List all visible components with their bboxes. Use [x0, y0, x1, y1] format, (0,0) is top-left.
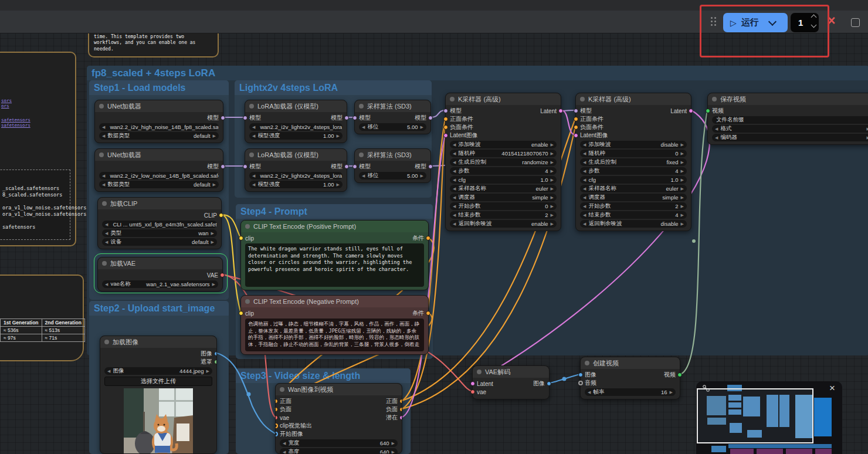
- widget-随机种[interactable]: ◀随机种401541218070670▶: [450, 150, 557, 157]
- node-title-bar[interactable]: CLIP Text Encode (Positive Prompt): [241, 221, 428, 232]
- widget-移位[interactable]: ◀移位5.00▶: [359, 123, 426, 131]
- left-arrow-icon[interactable]: ◀: [102, 174, 105, 178]
- widget-开始步数[interactable]: ◀开始步数2▶: [580, 202, 687, 210]
- left-arrow-icon[interactable]: ◀: [102, 125, 105, 130]
- right-arrow-icon[interactable]: ▶: [681, 160, 684, 165]
- right-arrow-icon[interactable]: ▶: [551, 178, 554, 182]
- right-arrow-icon[interactable]: ▶: [551, 222, 554, 226]
- collapse-dot-icon[interactable]: [477, 370, 482, 374]
- right-arrow-icon[interactable]: ▶: [213, 134, 216, 138]
- widget-添加噪波[interactable]: ◀添加噪波enable▶: [450, 141, 557, 148]
- image-output-port[interactable]: [214, 351, 217, 356]
- node-load-vae[interactable]: 加载VAE VAE ◀vae名称wan_2.1_vae.safetensors▶: [97, 257, 223, 292]
- widget-帧率[interactable]: ◀帧率16▶: [585, 388, 676, 396]
- left-arrow-icon[interactable]: ◀: [105, 231, 108, 236]
- model-input-port[interactable]: [443, 109, 448, 113]
- node-save-video[interactable]: 保存视频 视频 文件名前缀◀格式▶◀编码器▶: [707, 93, 868, 145]
- node-title-bar[interactable]: Wan图像到视频: [276, 384, 402, 395]
- collapse-dot-icon[interactable]: [450, 97, 455, 101]
- latent-input-port[interactable]: [574, 133, 578, 138]
- model-output-port[interactable]: [221, 116, 225, 120]
- node-wan-image-to-video[interactable]: Wan图像到视频 正面正面 负面负面 vae潜在 clip视觉输出 开始图像 ◀…: [275, 383, 402, 454]
- stop-square-button[interactable]: [851, 18, 860, 27]
- decrement-icon[interactable]: [811, 22, 817, 28]
- video-input-port[interactable]: [706, 109, 710, 113]
- model-output-port[interactable]: [221, 164, 225, 169]
- clip-output-port[interactable]: [219, 213, 223, 218]
- positive-cond-input-port[interactable]: [574, 117, 578, 121]
- left-arrow-icon[interactable]: ◀: [105, 222, 108, 227]
- node-lora-loader-2[interactable]: LoRA加载器 (仅模型) 模型模型 ◀wan2.2_i2v_lightx2v_…: [245, 148, 347, 192]
- model-link[interactable]: sors: [1, 98, 12, 103]
- widget-cfg[interactable]: ◀cfg1.0▶: [450, 176, 557, 184]
- positive-output-port[interactable]: [399, 399, 402, 404]
- toolbar-drag-handle-icon[interactable]: [711, 17, 716, 26]
- widget-wan2.2_i2v_high_noise_14B_fp8_scaled.safet ...[interactable]: ◀wan2.2_i2v_high_noise_14B_fp8_scaled.sa…: [99, 123, 219, 131]
- positive-prompt-textarea[interactable]: The white dragon warrior stands still, e…: [245, 243, 424, 287]
- right-arrow-icon[interactable]: ▶: [681, 222, 684, 226]
- close-x-button[interactable]: ×: [828, 14, 835, 28]
- left-arrow-icon[interactable]: ◀: [583, 213, 586, 218]
- right-arrow-icon[interactable]: ▶: [681, 151, 684, 156]
- widget-步数[interactable]: ◀步数4▶: [580, 167, 687, 175]
- clip-input-port[interactable]: [239, 311, 243, 316]
- node-ksampler-advanced-1[interactable]: K采样器 (高级) 模型Latent 正面条件 负面条件 Latent图像 ◀添…: [445, 93, 561, 231]
- conditioning-output-port[interactable]: [426, 311, 430, 316]
- widget-返回剩余噪波[interactable]: ◀返回剩余噪波disable▶: [580, 220, 687, 228]
- widget-结束步数[interactable]: ◀结束步数4▶: [580, 211, 687, 219]
- widget-编码器[interactable]: ◀编码器▶: [712, 134, 868, 141]
- negative-prompt-textarea[interactable]: 色调艳丽，过曝，静态，细节模糊不清，字幕，风格，作品，画作，画面，静止，整体发灰…: [245, 319, 424, 351]
- mask-output-port[interactable]: [214, 360, 217, 364]
- left-arrow-icon[interactable]: ◀: [583, 187, 586, 191]
- right-arrow-icon[interactable]: ▶: [551, 160, 554, 165]
- group-header-fp8-scaled[interactable]: fp8_scaled + 4steps LoRA: [87, 66, 868, 80]
- collapse-dot-icon[interactable]: [99, 153, 104, 157]
- node-title-bar[interactable]: 加载VAE: [98, 258, 222, 269]
- left-arrow-icon[interactable]: ◀: [453, 143, 456, 147]
- left-arrow-icon[interactable]: ◀: [102, 134, 105, 138]
- widget-文件名前缀[interactable]: 文件名前缀: [712, 116, 868, 124]
- model-link[interactable]: ors: [1, 103, 9, 109]
- left-arrow-icon[interactable]: ◀: [453, 195, 456, 200]
- left-arrow-icon[interactable]: ◀: [583, 195, 586, 200]
- widget-结束步数[interactable]: ◀结束步数2▶: [450, 211, 557, 219]
- left-arrow-icon[interactable]: ◀: [453, 151, 456, 156]
- left-arrow-icon[interactable]: ◀: [583, 143, 586, 147]
- left-arrow-icon[interactable]: ◀: [105, 240, 108, 245]
- node-model-sampling-sd3-2[interactable]: 采样算法 (SD3) 模型模型 ◀移位5.00▶: [354, 148, 431, 183]
- widget-步数[interactable]: ◀步数4▶: [450, 167, 557, 175]
- widget-数据类型[interactable]: ◀数据类型default▶: [99, 132, 219, 140]
- node-title-bar[interactable]: CLIP Text Encode (Negative Prompt): [241, 296, 428, 307]
- right-arrow-icon[interactable]: ▶: [681, 169, 684, 174]
- note-left-lower[interactable]: [0, 275, 84, 361]
- right-arrow-icon[interactable]: ▶: [551, 143, 554, 147]
- latent-input-port[interactable]: [470, 381, 475, 386]
- right-arrow-icon[interactable]: ▶: [211, 240, 214, 245]
- model-input-port[interactable]: [574, 109, 578, 113]
- vae-output-port[interactable]: [220, 273, 225, 277]
- widget-返回剩余噪波[interactable]: ◀返回剩余噪波enable▶: [450, 220, 557, 228]
- batch-count-input[interactable]: 1: [791, 13, 819, 32]
- node-title-bar[interactable]: 创建视频: [581, 357, 680, 369]
- node-model-sampling-sd3-1[interactable]: 采样算法 (SD3) 模型模型 ◀移位5.00▶: [354, 100, 431, 134]
- right-arrow-icon[interactable]: ▶: [681, 213, 684, 218]
- model-output-port[interactable]: [428, 164, 433, 169]
- clip-vision-input-port[interactable]: [275, 423, 278, 428]
- widget-wan2.2_i2v_lightx2v_4steps_lora_ ...[interactable]: ◀wan2.2_i2v_lightx2v_4steps_lora_ ...▶: [249, 123, 343, 131]
- left-arrow-icon[interactable]: ◀: [362, 174, 365, 178]
- left-arrow-icon[interactable]: ◀: [102, 182, 105, 187]
- model-input-port[interactable]: [352, 116, 357, 120]
- left-arrow-icon[interactable]: ◀: [453, 204, 456, 209]
- left-arrow-icon[interactable]: ◀: [583, 178, 586, 182]
- vae-input-port[interactable]: [275, 415, 278, 420]
- start-image-input-port[interactable]: [275, 432, 278, 436]
- widget-vae名称[interactable]: ◀vae名称wan_2.1_vae.safetensors▶: [102, 280, 218, 288]
- right-arrow-icon[interactable]: ▶: [551, 204, 554, 209]
- model-input-port[interactable]: [243, 164, 247, 169]
- collapse-dot-icon[interactable]: [359, 153, 364, 157]
- collapse-dot-icon[interactable]: [280, 387, 284, 392]
- right-arrow-icon[interactable]: ▶: [670, 390, 673, 395]
- audio-input-port[interactable]: [578, 381, 583, 385]
- image-input-port[interactable]: [578, 372, 583, 377]
- node-title-bar[interactable]: VAE解码: [473, 366, 549, 378]
